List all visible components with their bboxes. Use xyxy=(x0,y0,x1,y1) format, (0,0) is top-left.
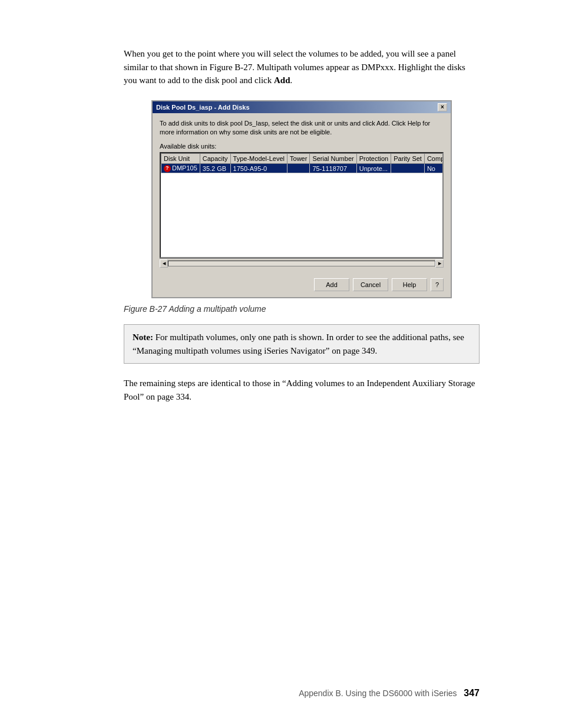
col-type-model-level: Type-Model-Level xyxy=(230,154,287,164)
col-comp: Comp xyxy=(424,154,444,164)
add-button[interactable]: Add xyxy=(314,278,349,291)
col-protection: Protection xyxy=(356,154,391,164)
note-box: Note: For multipath volumes, only one pa… xyxy=(124,324,480,364)
dialog-title: Disk Pool Ds_iasp - Add Disks xyxy=(156,104,250,111)
remaining-text: The remaining steps are identical to tho… xyxy=(124,377,480,403)
disk-table-wrapper[interactable]: Disk Unit Capacity Type-Model-Level Towe… xyxy=(160,152,444,258)
intro-text-part2: . xyxy=(290,75,293,85)
cell-disk-unit: DMP105 xyxy=(161,164,200,173)
footer-text: Appendix B. Using the DS6000 with iSerie… xyxy=(299,689,457,698)
scroll-right-arrow[interactable]: ▶ xyxy=(435,259,444,268)
col-serial-number: Serial Number xyxy=(310,154,356,164)
intro-text-part1: When you get to the point where you will… xyxy=(124,49,465,85)
cell-comp: No xyxy=(424,164,444,173)
page-footer: Appendix B. Using the DS6000 with iSerie… xyxy=(299,688,480,699)
col-capacity: Capacity xyxy=(200,154,230,164)
scroll-left-arrow[interactable]: ◀ xyxy=(160,259,168,268)
disk-table: Disk Unit Capacity Type-Model-Level Towe… xyxy=(161,153,444,173)
col-tower: Tower xyxy=(287,154,310,164)
page-content: When you get to the point where you will… xyxy=(0,0,562,462)
question-button[interactable]: ? xyxy=(431,278,444,291)
cell-protection: Unprote... xyxy=(356,164,391,173)
cell-type-model-level: 1750-A95-0 xyxy=(230,164,287,173)
col-disk-unit: Disk Unit xyxy=(161,154,200,164)
col-parity-set: Parity Set xyxy=(391,154,425,164)
cell-parity-set xyxy=(391,164,425,173)
page-number: 347 xyxy=(464,688,480,698)
cell-capacity: 35.2 GB xyxy=(200,164,230,173)
scrollbar-track[interactable] xyxy=(168,261,435,266)
cell-tower xyxy=(287,164,310,173)
intro-paragraph: When you get to the point where you will… xyxy=(124,47,480,87)
help-button[interactable]: Help xyxy=(392,278,427,291)
available-label: Available disk units: xyxy=(160,143,444,150)
dialog-instructions: To add disk units to disk pool Ds_Iasp, … xyxy=(160,119,444,137)
dialog-close-button[interactable]: × xyxy=(438,103,447,111)
horizontal-scrollbar[interactable]: ◀ ▶ xyxy=(160,258,444,268)
dialog-body: To add disk units to disk pool Ds_Iasp, … xyxy=(153,113,451,274)
figure-caption: Figure B-27 Adding a multipath volume xyxy=(124,304,480,314)
note-label: Note: xyxy=(133,332,153,342)
table-row[interactable]: DMP105 35.2 GB 1750-A95-0 75-1118707 Unp… xyxy=(161,164,444,173)
disk-icon xyxy=(164,165,171,172)
note-text: For multipath volumes, only one path is … xyxy=(133,332,464,355)
dialog-titlebar: Disk Pool Ds_iasp - Add Disks × xyxy=(153,101,451,113)
table-header-row: Disk Unit Capacity Type-Model-Level Towe… xyxy=(161,154,444,164)
dialog-window: Disk Pool Ds_iasp - Add Disks × To add d… xyxy=(151,100,452,299)
cancel-button[interactable]: Cancel xyxy=(353,278,388,291)
cell-serial-number: 75-1118707 xyxy=(310,164,356,173)
dialog-buttons-row: Add Cancel Help ? xyxy=(153,274,451,297)
intro-bold: Add xyxy=(274,75,290,85)
